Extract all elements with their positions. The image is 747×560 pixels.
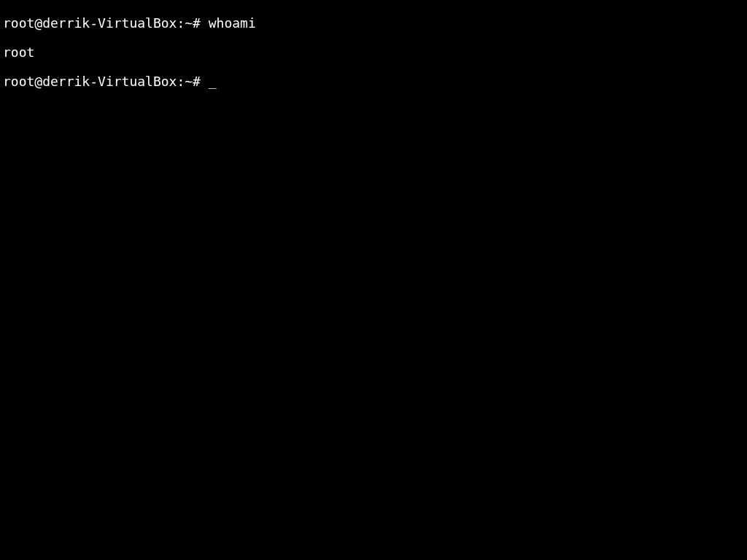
terminal-line: root@derrik-VirtualBox:~# whoami bbox=[3, 16, 744, 31]
command-output: root bbox=[3, 44, 34, 60]
terminal-line: root@derrik-VirtualBox:~# _ bbox=[3, 74, 744, 89]
terminal-output[interactable]: root@derrik-VirtualBox:~# whoami root ro… bbox=[3, 1, 744, 104]
terminal-cursor: _ bbox=[209, 74, 217, 89]
terminal-line: root bbox=[3, 45, 744, 60]
shell-prompt: root@derrik-VirtualBox:~# bbox=[3, 15, 209, 31]
shell-prompt: root@derrik-VirtualBox:~# bbox=[3, 74, 209, 89]
command-text: whoami bbox=[209, 15, 256, 31]
